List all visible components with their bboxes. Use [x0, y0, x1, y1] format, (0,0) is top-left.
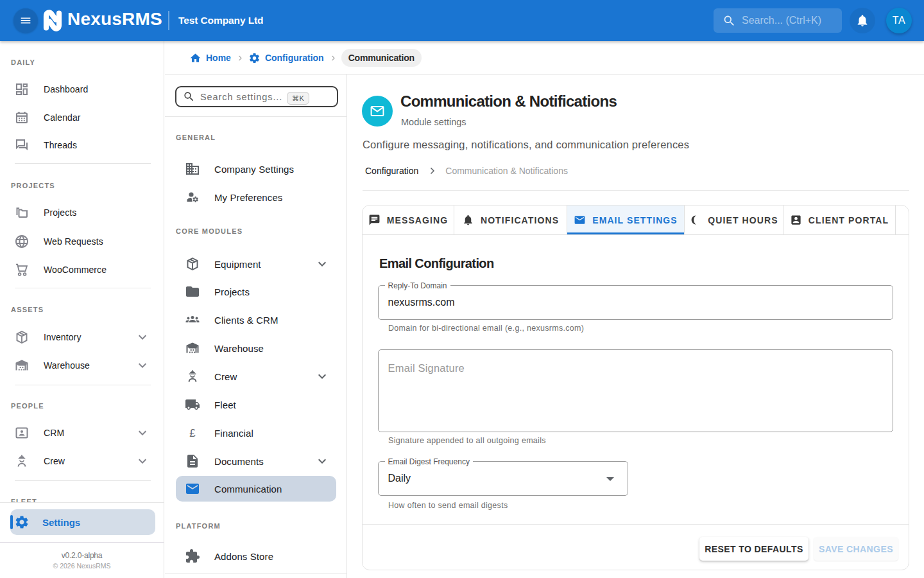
svg-text:£: £ [189, 427, 196, 439]
